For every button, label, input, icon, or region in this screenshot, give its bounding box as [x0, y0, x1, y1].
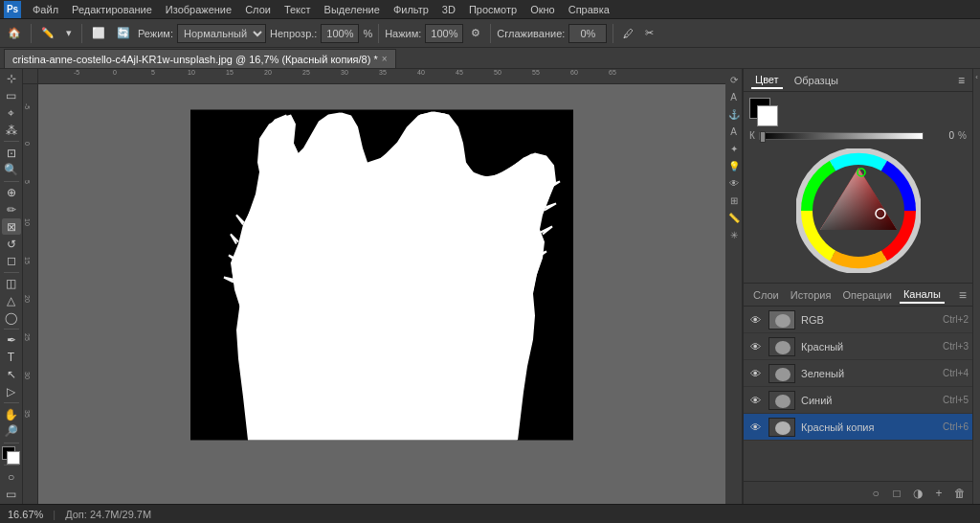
color-tab[interactable]: Цвет [751, 72, 783, 89]
pen-tool[interactable]: ✒ [2, 332, 21, 349]
menu-edit[interactable]: Редактирование [66, 3, 158, 16]
zoom-tool[interactable]: 🔎 [2, 423, 21, 440]
effects-btn[interactable]: ✦ [727, 142, 741, 155]
menu-window[interactable]: Окно [524, 3, 561, 16]
mode-label: Режим: [138, 28, 173, 39]
color-percent: % [958, 130, 967, 141]
channel-eye-blue[interactable]: 👁 [747, 395, 763, 406]
channel-red[interactable]: 👁 Красный Ctrl+3 [744, 333, 972, 360]
stamp-tool[interactable]: ⊠ [2, 218, 21, 235]
heal-tool[interactable]: ⊕ [2, 185, 21, 201]
settings-btn[interactable]: ⚙ [467, 23, 484, 44]
opacity-input[interactable] [321, 24, 359, 43]
doc-info: Доп: 24.7М/29.7М [65, 509, 151, 520]
panel-menu-btn[interactable]: ≡ [959, 287, 967, 303]
brush-dropdown-btn[interactable]: ▾ [62, 23, 76, 44]
channel-blue[interactable]: 👁 Синий Ctrl+5 [744, 387, 972, 414]
menu-bar: Ps Файл Редактирование Изображение Слои … [0, 0, 980, 19]
channel-eye-redcopy[interactable]: 👁 [747, 421, 763, 433]
channel-eye-rgb[interactable]: 👁 [747, 314, 763, 326]
menu-help[interactable]: Справка [563, 3, 615, 16]
lasso-tool[interactable]: ⌖ [2, 105, 21, 122]
swatches-tab[interactable]: Образцы [791, 73, 842, 88]
nazhim-input[interactable] [425, 24, 463, 43]
history-tab[interactable]: История [787, 287, 835, 303]
star-btn[interactable]: ✳ [727, 228, 741, 241]
vruler-mark: 15 [24, 257, 31, 264]
tab-close-btn[interactable]: × [382, 54, 388, 64]
menu-layers[interactable]: Слои [239, 3, 277, 16]
channel-thumb-redcopy [768, 418, 795, 437]
channel-eye-green[interactable]: 👁 [747, 368, 763, 379]
delete-channel-btn[interactable]: 🗑 [951, 485, 969, 502]
load-channel-btn[interactable]: ○ [867, 485, 884, 502]
color-slider[interactable] [759, 132, 924, 140]
eye-btn[interactable]: 👁 [727, 176, 741, 190]
layers-tab[interactable]: Слои [749, 287, 783, 303]
sglazh-input[interactable] [568, 24, 607, 43]
panel-collapse-strip[interactable]: ‹ [972, 69, 980, 504]
anchor-btn[interactable]: ⚓ [727, 107, 741, 121]
select-rect-tool[interactable]: ▭ [2, 88, 21, 104]
canvas-document[interactable] [190, 110, 573, 441]
operations-tab[interactable]: Операции [838, 287, 895, 303]
menu-image[interactable]: Изображение [160, 3, 237, 16]
path-select-tool[interactable]: ↖ [2, 367, 21, 383]
channel-rgb[interactable]: 👁 RGB Ctrl+2 [744, 307, 972, 333]
menu-view[interactable]: Просмотр [463, 3, 523, 16]
add-mask-btn[interactable]: ◑ [909, 485, 926, 502]
mode-select[interactable]: Нормальный [177, 24, 266, 43]
quick-mask-tool[interactable]: ○ [2, 468, 21, 485]
tool-sep-2 [4, 181, 19, 182]
channel-green[interactable]: 👁 Зеленый Ctrl+4 [744, 360, 972, 387]
menu-filter[interactable]: Фильтр [388, 3, 434, 16]
ruler-mark: 55 [532, 69, 540, 76]
screen-mode-btn[interactable]: ▭ [2, 486, 21, 502]
brush-tool-btn[interactable]: ✏️ [37, 23, 58, 44]
text-tool-mid[interactable]: A [727, 90, 741, 103]
ruler-mid-btn[interactable]: 📏 [727, 211, 741, 224]
eraser-tool-btn[interactable]: ⬜ [88, 23, 109, 44]
channels-panel: Слои История Операции Каналы ≡ 👁 RGB [744, 284, 972, 504]
color-panel-header: Цвет Образцы ≡ [744, 69, 972, 92]
brush-tool[interactable]: ✏ [2, 201, 21, 217]
extra-btn2[interactable]: ✂ [641, 23, 657, 44]
channel-redcopy[interactable]: 👁 Красный копия Ctrl+6 [744, 414, 972, 441]
color-wheel[interactable] [796, 148, 921, 273]
rotate-view-btn[interactable]: ⟳ [727, 73, 741, 86]
eraser-tool[interactable]: ◻ [2, 253, 21, 269]
grid-btn[interactable]: ⊞ [727, 193, 741, 207]
menu-select[interactable]: Выделение [319, 3, 386, 16]
new-channel-btn[interactable]: + [930, 485, 947, 502]
crop-tool[interactable]: ⊡ [2, 145, 21, 161]
vertical-ruler: -5 0 5 10 15 20 25 30 35 [23, 84, 38, 504]
alt-tool-btn[interactable]: 🔄 [113, 23, 134, 44]
history-brush-tool[interactable]: ↺ [2, 236, 21, 252]
menu-text[interactable]: Текст [278, 3, 317, 16]
magic-wand-tool[interactable]: ⁂ [2, 122, 21, 138]
extra-btn1[interactable]: 🖊 [619, 23, 637, 44]
move-tool[interactable]: ⊹ [2, 71, 21, 87]
dodge-tool[interactable]: ◯ [2, 309, 21, 326]
color-panel-menu[interactable]: ≡ [958, 74, 965, 87]
channels-tab[interactable]: Каналы [900, 286, 945, 304]
background-color-swatch[interactable] [757, 105, 778, 126]
toolbar-sep-2 [81, 24, 82, 43]
type-btn[interactable]: A [727, 125, 741, 138]
shape-tool[interactable]: ▷ [2, 383, 21, 399]
channel-eye-red[interactable]: 👁 [747, 341, 763, 352]
ruler-corner [23, 69, 38, 84]
active-tab[interactable]: cristina-anne-costello-c4Ajl-KR1w-unspla… [4, 49, 396, 68]
lamp-btn[interactable]: 💡 [727, 159, 741, 172]
ruler-mark: 60 [570, 69, 578, 76]
menu-3d[interactable]: 3D [436, 3, 461, 16]
save-selection-btn[interactable]: □ [888, 485, 905, 502]
tool-home-btn[interactable]: 🏠 [4, 23, 25, 44]
eyedropper-tool[interactable]: 🔍 [2, 162, 21, 178]
hand-tool[interactable]: ✋ [2, 406, 21, 422]
gradient-tool[interactable]: ◫ [2, 276, 21, 292]
foreground-color-btn[interactable] [2, 446, 21, 463]
blur-tool[interactable]: △ [2, 292, 21, 308]
menu-file[interactable]: Файл [27, 3, 64, 16]
text-tool[interactable]: T [2, 350, 21, 366]
